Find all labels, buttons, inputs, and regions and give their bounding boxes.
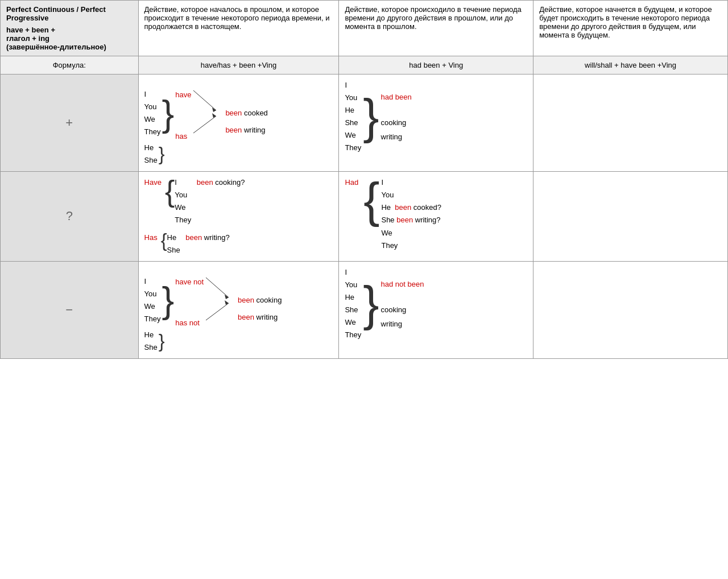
ppastc-q-brace: { xyxy=(363,176,379,225)
ppc-q-brace1: { xyxy=(165,176,175,206)
ppc-q-pronouns2: He She xyxy=(167,231,180,257)
svg-line-0 xyxy=(193,90,216,110)
formula-ppc: have/has + been +Ving xyxy=(138,56,339,75)
ppc-q-has-row: Has { He She been writing? xyxy=(144,231,333,257)
tense-name-title: Perfect Continuous / Perfect Progressive xyxy=(6,5,133,22)
ppastc-neg-aux-outcomes: had not been cooking writing xyxy=(381,280,424,328)
brace-right-1: } xyxy=(162,95,174,132)
formula-pfc: will/shall + have been +Ving xyxy=(533,56,728,75)
pfc-question xyxy=(533,172,728,262)
header-term-cell: Perfect Continuous / Perfect Progressive… xyxy=(1,1,139,56)
ppastc-neg-pronouns: I You He She We They xyxy=(345,266,361,342)
pfc-positive xyxy=(533,75,728,172)
ppastc-q-aux: Had xyxy=(345,176,358,189)
svg-line-4 xyxy=(206,278,229,297)
negative-label: − xyxy=(1,261,139,358)
ppc-neg-aux-group: have not has not xyxy=(175,266,204,334)
svg-marker-3 xyxy=(212,113,216,118)
ppc-neg-pronouns2: He She xyxy=(144,329,158,354)
positive-label: + xyxy=(1,75,139,172)
arrows-svg xyxy=(193,79,222,147)
ppc-question: Have { I You We They been cooking? Has { xyxy=(138,172,339,262)
tense-note: (завершённое-длительное) xyxy=(6,43,133,51)
ppc-q-result1: been cooking? xyxy=(195,176,245,189)
ppc-neg-pronouns1: I You We They xyxy=(144,275,161,325)
ppc-outcomes: been cooked been writing xyxy=(225,107,267,137)
header-ppc-desc: Действие, которое началось в прошлом, и … xyxy=(138,1,339,56)
pfc-negative xyxy=(533,261,728,358)
formula-ppastc: had been + Ving xyxy=(339,56,533,75)
ppastc-pos-aux-outcomes: had been cooking writing xyxy=(381,93,412,141)
svg-line-5 xyxy=(206,303,229,320)
neg-arrows-svg xyxy=(206,266,234,334)
ppc-neg-brace1: } xyxy=(162,282,174,319)
ppastc-question: Had { I You He been cooked? She been wri… xyxy=(339,172,533,262)
ppc-q-brace2: { xyxy=(161,231,167,250)
ppc-q-have-row: Have { I You We They been cooking? xyxy=(144,176,333,226)
header-pfc-desc: Действие, которое начнется в будущем, и … xyxy=(533,1,728,56)
ppc-q-aux1: Have xyxy=(144,176,162,189)
ppastc-negative: I You He She We They } had not been cook… xyxy=(339,261,533,358)
ppc-q-block: Have { I You We They been cooking? Has { xyxy=(144,176,333,257)
svg-line-1 xyxy=(193,116,216,133)
question-label: ? xyxy=(1,172,139,262)
ppc-negative: I You We They } have not has not xyxy=(138,261,339,358)
ppastc-q-pronouns: I You He been cooked? She been writing? … xyxy=(381,176,441,252)
ppc-neg-brace2: } xyxy=(159,332,165,351)
svg-marker-7 xyxy=(225,300,229,305)
ppc-pos-pronouns2: He She xyxy=(144,142,158,167)
ppastc-pos-pronouns: I You He She We They xyxy=(345,79,361,155)
ppc-positive: I You We They } have has xyxy=(138,75,339,172)
ppastc-neg-brace: } xyxy=(363,280,379,328)
ppc-q-aux2: Has xyxy=(144,231,158,244)
ppastc-positive: I You He She We They } had been cooking … xyxy=(339,75,533,172)
brace-right-2: } xyxy=(159,145,165,164)
ppastc-q-row: Had { I You He been cooked? She been wri… xyxy=(345,176,527,252)
ppc-q-result2: been writing? xyxy=(184,231,230,244)
header-ppastc-desc: Действие, которое происходило в течение … xyxy=(339,1,533,56)
formula-label-cell: Формула: xyxy=(1,56,139,75)
ppc-neg-outcomes: been cooking been writing xyxy=(238,294,282,324)
ppastc-brace: } xyxy=(363,93,379,141)
aux-group: have has xyxy=(175,79,191,147)
tense-formula: have + been +глагол + ing xyxy=(6,26,133,43)
ppc-pos-pronouns1: I You We They xyxy=(144,88,161,138)
ppc-q-pronouns1: I You We They xyxy=(175,176,191,226)
